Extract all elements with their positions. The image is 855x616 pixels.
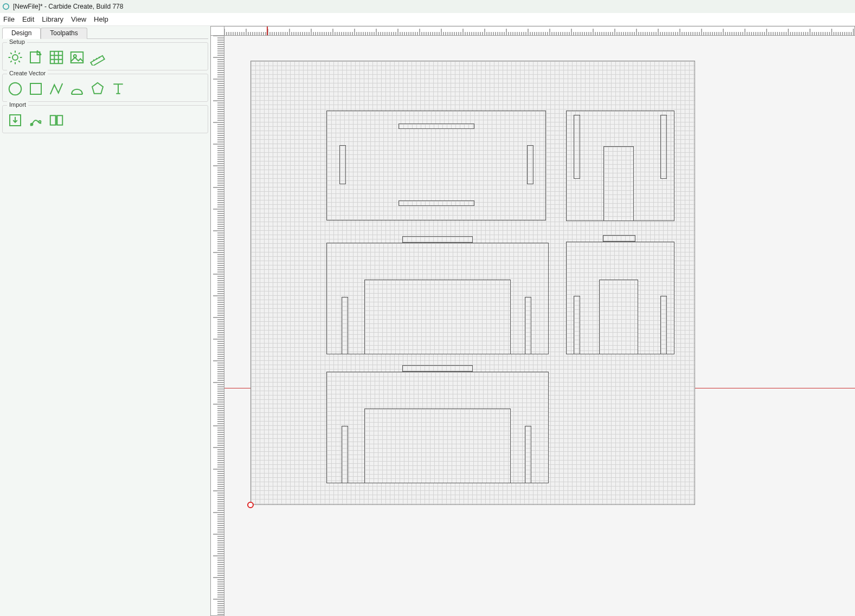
panel-setup: Setup: [2, 42, 208, 70]
tab-design[interactable]: Design: [2, 28, 41, 39]
menu-library[interactable]: Library: [42, 15, 63, 23]
vector-top-slot-lower[interactable]: [398, 200, 474, 206]
rectangle-tool-button[interactable]: [28, 81, 44, 97]
title-bar: [NewFile]* - Carbide Create, Build 778: [0, 0, 855, 13]
vector-low-slot-l[interactable]: [342, 426, 348, 483]
grid-button[interactable]: [48, 49, 65, 66]
vector-mid-inner[interactable]: [364, 280, 511, 354]
polygon-tool-button[interactable]: [89, 81, 106, 97]
window-title: [NewFile]* - Carbide Create, Build 778: [13, 3, 123, 10]
ruler-corner: [210, 26, 224, 36]
panel-import: Import: [2, 105, 208, 133]
vector-right-mid-slot-r[interactable]: [660, 296, 667, 354]
ruler-marker: [267, 27, 268, 35]
polyline-tool-button[interactable]: [48, 81, 65, 97]
svg-rect-4: [71, 52, 83, 63]
svg-rect-2: [30, 52, 40, 63]
menu-file[interactable]: File: [3, 15, 15, 23]
trace-image-button[interactable]: [28, 112, 44, 128]
vector-low-notch[interactable]: [402, 365, 473, 372]
panel-setup-title: Setup: [7, 38, 27, 45]
ruler-vertical: [210, 36, 224, 616]
import-file-button[interactable]: [7, 112, 23, 128]
panel-create-vector-title: Create Vector: [7, 70, 48, 76]
canvas[interactable]: [224, 36, 855, 616]
job-setup-button[interactable]: [7, 49, 23, 66]
canvas-area[interactable]: [210, 26, 855, 616]
vector-low-slot-r[interactable]: [525, 426, 531, 483]
panel-import-title: Import: [7, 101, 28, 108]
ruler-horizontal: [224, 26, 855, 36]
tab-toolpaths[interactable]: Toolpaths: [41, 28, 87, 39]
menu-help[interactable]: Help: [94, 15, 108, 23]
sidebar: Design Toolpaths Setup Create Vector: [0, 26, 210, 616]
vector-top-slot-left[interactable]: [339, 145, 346, 184]
svg-point-7: [9, 83, 22, 95]
new-doc-button[interactable]: [28, 49, 44, 66]
vector-right-top-slot-r[interactable]: [660, 115, 667, 179]
circle-tool-button[interactable]: [7, 81, 23, 97]
svg-rect-6: [91, 56, 104, 66]
vector-top-slot-right[interactable]: [527, 145, 533, 184]
origin-marker-icon: [247, 502, 254, 508]
measure-button[interactable]: [89, 49, 106, 66]
vector-right-mid-inner[interactable]: [599, 280, 638, 354]
app-logo-icon: [2, 3, 10, 10]
menu-edit[interactable]: Edit: [22, 15, 34, 23]
vector-mid-slot-l[interactable]: [342, 297, 348, 354]
svg-rect-8: [30, 83, 41, 94]
sidebar-tabs: Design Toolpaths: [2, 27, 208, 39]
svg-point-1: [12, 55, 18, 60]
vector-low-inner[interactable]: [364, 408, 511, 483]
vector-mid-notch[interactable]: [402, 236, 473, 243]
vector-right-top-slot-l[interactable]: [574, 115, 580, 179]
vector-mid-slot-r[interactable]: [525, 297, 531, 354]
svg-rect-3: [50, 51, 63, 64]
panel-create-vector: Create Vector: [2, 74, 208, 102]
library-open-button[interactable]: [48, 112, 65, 128]
vector-right-mid-notch[interactable]: [603, 235, 635, 242]
curve-tool-button[interactable]: [69, 81, 85, 97]
vector-right-mid-slot-l[interactable]: [574, 296, 580, 354]
text-tool-button[interactable]: [110, 81, 126, 97]
menu-view[interactable]: View: [71, 15, 86, 23]
background-image-button[interactable]: [69, 49, 85, 66]
svg-point-0: [3, 4, 9, 10]
menu-bar: File Edit Library View Help: [0, 13, 855, 26]
svg-point-10: [39, 121, 41, 123]
vector-top-slot-upper[interactable]: [398, 124, 474, 129]
vector-right-top-inner[interactable]: [603, 146, 634, 221]
